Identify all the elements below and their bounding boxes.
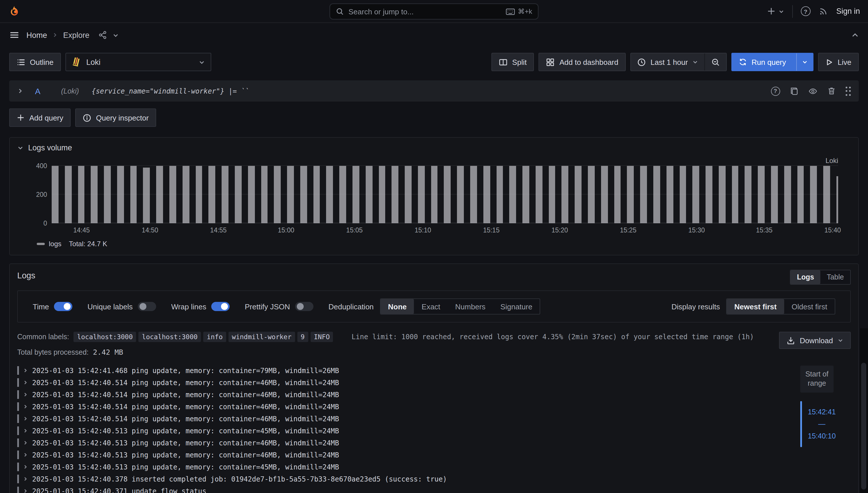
collapse-header-icon[interactable] xyxy=(851,31,859,39)
log-level-bar xyxy=(17,414,19,423)
log-line-text: 2025-01-03 15:42:40.513 ping update, mem… xyxy=(32,451,339,459)
log-row[interactable]: 2025-01-03 15:42:40.513 ping update, mem… xyxy=(17,437,776,449)
run-query-button[interactable]: Run query xyxy=(732,53,813,71)
volume-bar xyxy=(431,166,438,223)
volume-bar xyxy=(235,166,242,223)
oldest-first-option[interactable]: Oldest first xyxy=(784,299,835,314)
search-input[interactable]: Search or jump to... ⌘+k xyxy=(330,3,538,20)
y-axis-label: 400 xyxy=(36,163,47,169)
share-shortcut-icon[interactable] xyxy=(98,30,107,40)
legend-series-name[interactable]: logs xyxy=(49,240,61,248)
outline-button[interactable]: Outline xyxy=(9,53,61,71)
run-query-caret[interactable] xyxy=(796,53,813,70)
query-help-icon[interactable]: ? xyxy=(771,86,780,95)
add-query-button[interactable]: Add query xyxy=(9,108,71,127)
log-line-text: 2025-01-03 15:42:40.514 ping update, mem… xyxy=(32,403,339,411)
split-button[interactable]: Split xyxy=(491,53,534,71)
dedup-signature-option[interactable]: Signature xyxy=(493,299,539,314)
volume-bar xyxy=(523,166,529,223)
query-inspector-button[interactable]: Query inspector xyxy=(76,108,156,127)
copy-query-icon[interactable] xyxy=(790,87,798,95)
x-axis-label: 15:20 xyxy=(551,227,568,234)
grafana-logo[interactable] xyxy=(8,5,21,18)
scrollbar-thumb[interactable] xyxy=(861,363,866,490)
volume-bar xyxy=(457,166,464,223)
sign-in-button[interactable]: Sign in xyxy=(836,7,860,16)
scrollbar-track[interactable] xyxy=(860,328,868,493)
log-row[interactable]: 2025-01-03 15:42:40.371 update flow stat… xyxy=(17,485,776,493)
expand-log-icon[interactable] xyxy=(23,380,28,385)
x-axis-label: 15:00 xyxy=(278,227,295,234)
add-to-dashboard-button[interactable]: Add to dashboard xyxy=(539,53,626,71)
logs-table-toggle: Logs Table xyxy=(790,270,851,285)
log-row[interactable]: 2025-01-03 15:42:40.514 ping update, mem… xyxy=(17,389,776,401)
volume-bar xyxy=(418,166,425,223)
log-row[interactable]: 2025-01-03 15:42:40.513 ping update, mem… xyxy=(17,449,776,461)
expand-log-icon[interactable] xyxy=(23,464,28,470)
mega-menu-toggle[interactable] xyxy=(9,30,20,40)
prettify-json-toggle[interactable] xyxy=(295,302,314,311)
dedup-exact-option[interactable]: Exact xyxy=(414,299,448,314)
expand-log-icon[interactable] xyxy=(23,488,28,493)
log-row[interactable]: 2025-01-03 15:42:40.514 ping update, mem… xyxy=(17,377,776,389)
log-row[interactable]: 2025-01-03 15:42:40.514 ping update, mem… xyxy=(17,413,776,425)
log-row[interactable]: 2025-01-03 15:42:41.468 ping update, mem… xyxy=(17,364,776,377)
deduplication-group: None Exact Numbers Signature xyxy=(380,298,541,315)
start-of-range-button[interactable]: Start of range xyxy=(800,366,833,392)
expand-log-icon[interactable] xyxy=(23,440,28,445)
expand-log-icon[interactable] xyxy=(23,452,28,457)
remove-query-icon[interactable] xyxy=(827,87,835,95)
volume-bar xyxy=(353,166,359,223)
new-menu-button[interactable] xyxy=(767,7,784,16)
log-row[interactable]: 2025-01-03 15:42:40.378 inserted complet… xyxy=(17,473,776,485)
breadcrumb-explore[interactable]: Explore xyxy=(63,31,89,39)
volume-bar xyxy=(326,166,333,223)
expand-log-icon[interactable] xyxy=(23,368,28,373)
expand-log-icon[interactable] xyxy=(23,476,28,481)
view-logs-option[interactable]: Logs xyxy=(791,270,821,284)
breadcrumb-menu-caret[interactable] xyxy=(112,32,119,38)
dedup-none-option[interactable]: None xyxy=(381,299,414,314)
datasource-picker[interactable]: Loki xyxy=(65,53,211,71)
drag-query-handle[interactable] xyxy=(845,86,851,95)
newest-first-option[interactable]: Newest first xyxy=(727,299,784,314)
log-row[interactable]: 2025-01-03 15:42:40.513 ping update, mem… xyxy=(17,425,776,437)
expand-log-icon[interactable] xyxy=(23,404,28,409)
dedup-numbers-option[interactable]: Numbers xyxy=(448,299,493,314)
keyboard-icon xyxy=(506,8,515,15)
query-actions: Add query Query inspector xyxy=(9,108,859,127)
log-level-bar xyxy=(17,463,19,471)
unique-labels-toggle[interactable] xyxy=(138,302,156,311)
live-button[interactable]: Live xyxy=(818,53,859,71)
time-range-button[interactable]: Last 1 hour xyxy=(631,53,704,70)
log-row[interactable]: 2025-01-03 15:42:40.514 ping update, mem… xyxy=(17,401,776,413)
logs-volume-header[interactable]: Logs volume xyxy=(17,144,851,152)
search-placeholder: Search or jump to... xyxy=(348,7,501,16)
query-preview[interactable]: {service_name="windmill-worker"} |= `` xyxy=(91,87,763,95)
hide-response-icon[interactable] xyxy=(808,86,817,95)
x-axis-label: 15:05 xyxy=(346,227,363,234)
expand-query-icon[interactable] xyxy=(17,88,23,94)
expand-log-icon[interactable] xyxy=(23,428,28,433)
volume-bar xyxy=(509,166,516,223)
volume-bar xyxy=(719,166,726,223)
total-bytes-label: Total bytes processed: xyxy=(17,348,89,357)
info-circle-icon xyxy=(83,113,91,122)
wrap-lines-toggle[interactable] xyxy=(212,302,230,311)
help-icon[interactable]: ? xyxy=(801,6,810,16)
explore-main: Outline Loki xyxy=(0,53,868,493)
view-table-option[interactable]: Table xyxy=(820,270,850,284)
time-toggle[interactable] xyxy=(54,302,72,311)
volume-bar xyxy=(679,166,686,223)
news-icon[interactable] xyxy=(818,6,828,16)
breadcrumb-home[interactable]: Home xyxy=(26,31,47,39)
volume-bar xyxy=(784,166,791,223)
expand-log-icon[interactable] xyxy=(23,416,28,421)
volume-bar xyxy=(653,166,660,223)
volume-bar xyxy=(732,166,739,223)
log-row[interactable]: 2025-01-03 15:42:40.513 ping update, mem… xyxy=(17,461,776,473)
download-button[interactable]: Download xyxy=(779,332,851,349)
expand-log-icon[interactable] xyxy=(23,392,28,397)
prettify-json-toggle-field: Prettify JSON xyxy=(245,302,314,311)
zoom-out-time-button[interactable] xyxy=(704,53,726,70)
